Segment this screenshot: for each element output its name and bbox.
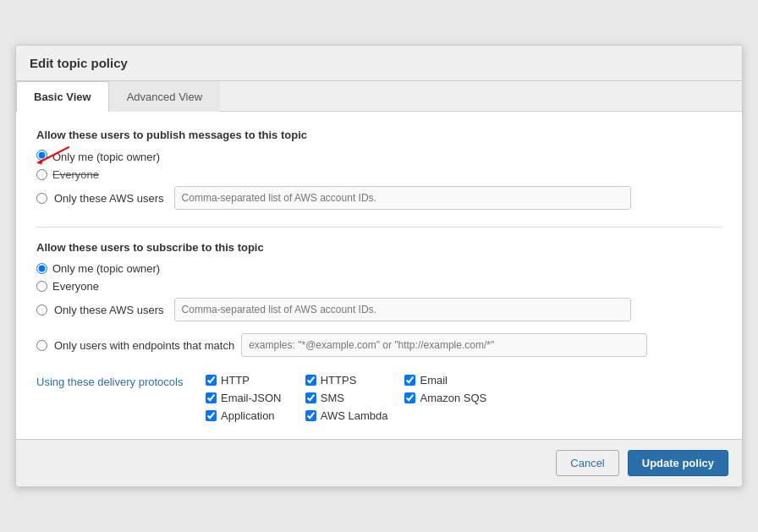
dialog-header: Edit topic policy [16,46,742,81]
subscribe-section-title: Allow these users to subscribe to this t… [36,241,722,254]
publish-aws-users-input[interactable] [174,186,631,210]
protocol-amazon-sqs-label: Amazon SQS [420,392,486,404]
protocol-sms: SMS [305,392,388,404]
protocol-http: HTTP [206,374,288,387]
subscribe-radio-row-me: Only me (topic owner) [36,262,722,275]
subscribe-aws-users-input[interactable] [174,298,631,321]
protocol-https-checkbox[interactable] [305,375,316,386]
dialog-footer: Cancel Update policy [16,439,742,486]
publish-label-aws: Only these AWS users [54,192,164,205]
protocol-aws-lambda: AWS Lambda [305,409,388,422]
delivery-protocols-row: Using these delivery protocols HTTP HTTP… [36,374,722,422]
subscribe-label-endpoints: Only users with endpoints that match [54,339,234,352]
subscribe-label-aws: Only these AWS users [54,304,164,316]
protocol-application-checkbox[interactable] [206,410,217,421]
protocol-email-label: Email [420,374,448,387]
section-divider-1 [36,227,722,228]
subscribe-radio-aws[interactable] [36,304,47,315]
subscribe-label-me: Only me (topic owner) [52,262,160,275]
protocol-application: Application [206,409,288,422]
protocol-sms-checkbox[interactable] [305,392,316,403]
protocol-email-json-checkbox[interactable] [206,392,217,403]
publish-radio-row-me: Only me (topic owner) [36,150,722,163]
publish-radio-row-everyone: Everyone [36,168,722,181]
protocol-https: HTTPS [305,374,388,387]
publish-radio-group: Only me (topic owner) Everyone Only thes… [36,150,722,210]
subscribe-radio-group: Only me (topic owner) Everyone Only thes… [36,262,722,357]
tab-advanced-view[interactable]: Advanced View [109,81,220,112]
publish-label-everyone: Everyone [52,168,99,181]
endpoints-input[interactable] [241,333,647,357]
protocol-application-label: Application [221,409,275,422]
publish-radio-me[interactable] [36,150,47,161]
dialog-body: Basic View Advanced View Allow these use… [16,81,742,439]
endpoints-row: Only users with endpoints that match [36,333,722,357]
protocol-sms-label: SMS [321,392,344,404]
protocol-aws-lambda-checkbox[interactable] [305,410,316,421]
publish-section-title: Allow these users to publish messages to… [36,129,722,141]
protocol-https-label: HTTPS [321,374,357,387]
subscribe-radio-row-everyone: Everyone [36,280,722,293]
publish-radio-everyone[interactable] [36,169,47,180]
tab-basic-content: Allow these users to publish messages to… [16,112,742,439]
cancel-button[interactable]: Cancel [556,450,618,476]
protocol-aws-lambda-label: AWS Lambda [321,409,388,422]
edit-topic-policy-dialog: Edit topic policy Basic View Advanced Vi… [15,45,743,487]
publish-radio-aws[interactable] [36,193,47,204]
delivery-label: Using these delivery protocols [36,374,206,388]
protocol-email-checkbox[interactable] [404,375,415,386]
subscribe-label-everyone: Everyone [52,280,99,293]
tab-basic-view[interactable]: Basic View [16,81,109,112]
protocol-http-label: HTTP [221,374,250,387]
subscribe-radio-row-aws: Only these AWS users [36,298,722,321]
protocols-grid: HTTP HTTPS Email Email-JSON [206,374,487,422]
protocol-email-json: Email-JSON [206,392,288,404]
protocol-email-json-label: Email-JSON [221,392,282,404]
dialog-title: Edit topic policy [30,56,128,70]
protocol-http-checkbox[interactable] [206,375,217,386]
protocol-amazon-sqs-checkbox[interactable] [404,392,415,403]
tab-bar: Basic View Advanced View [16,81,742,112]
update-policy-button[interactable]: Update policy [628,450,728,476]
publish-radio-row-aws: Only these AWS users [36,186,722,210]
subscribe-section: Allow these users to subscribe to this t… [36,241,722,357]
subscribe-radio-everyone[interactable] [36,281,47,292]
subscribe-radio-endpoints[interactable] [36,340,47,351]
subscribe-radio-me[interactable] [36,263,47,274]
publish-section: Allow these users to publish messages to… [36,129,722,210]
protocol-email: Email [404,374,487,387]
protocol-amazon-sqs: Amazon SQS [404,392,487,404]
publish-label-me: Only me (topic owner) [52,151,160,163]
